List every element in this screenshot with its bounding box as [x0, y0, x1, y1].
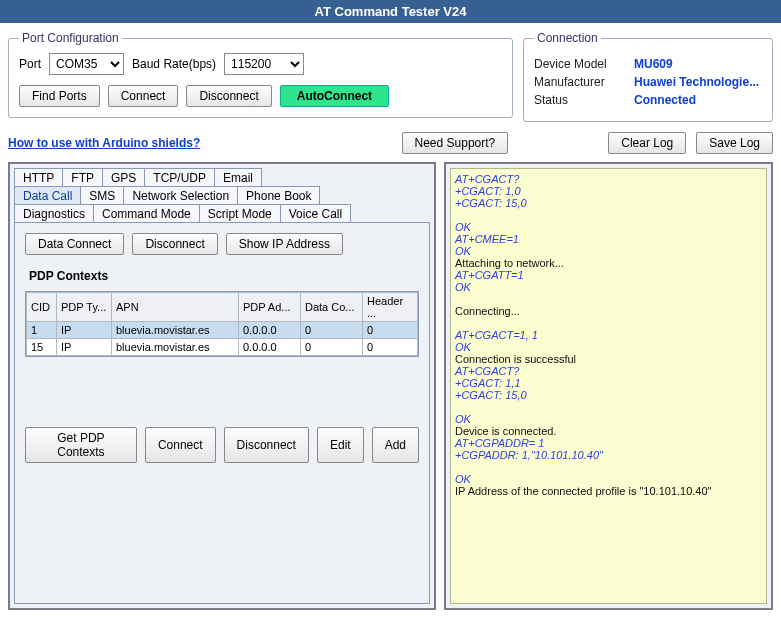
tab-email[interactable]: Email: [214, 168, 262, 187]
table-row[interactable]: 15IPbluevia.movistar.es0.0.0.000: [27, 339, 418, 356]
tab-voice-call[interactable]: Voice Call: [280, 204, 351, 223]
connection-group: Connection Device ModelMU609 Manufacture…: [523, 31, 773, 122]
log-line: IP Address of the connected profile is "…: [455, 485, 762, 497]
status-label: Status: [534, 93, 634, 107]
port-config-group: Port Configuration Port COM35 Baud Rate(…: [8, 31, 513, 118]
tab-data-call[interactable]: Data Call: [14, 186, 81, 205]
tab-script-mode[interactable]: Script Mode: [199, 204, 281, 223]
col-header[interactable]: CID: [27, 293, 57, 322]
col-header[interactable]: Header ...: [363, 293, 418, 322]
save-log-button[interactable]: Save Log: [696, 132, 773, 154]
clear-log-button[interactable]: Clear Log: [608, 132, 686, 154]
show-ip-button[interactable]: Show IP Address: [226, 233, 343, 255]
add-button[interactable]: Add: [372, 427, 419, 463]
log-line: [455, 293, 762, 305]
device-model-label: Device Model: [534, 57, 634, 71]
pdp-disconnect-button[interactable]: Disconnect: [224, 427, 309, 463]
right-panel: AT+CGACT?+CGACT: 1,0+CGACT: 15,0 OKAT+CM…: [444, 162, 773, 610]
col-header[interactable]: Data Co...: [301, 293, 363, 322]
log-line: AT+CGACT=1, 1: [455, 329, 762, 341]
log-line: [455, 461, 762, 473]
status-value: Connected: [634, 93, 696, 107]
pdp-connect-button[interactable]: Connect: [145, 427, 216, 463]
connection-legend: Connection: [534, 31, 601, 45]
get-pdp-button[interactable]: Get PDP Contexts: [25, 427, 137, 463]
connect-button[interactable]: Connect: [108, 85, 179, 107]
pdp-contexts-title: PDP Contexts: [29, 269, 419, 283]
table-row[interactable]: 1IPbluevia.movistar.es0.0.0.000: [27, 322, 418, 339]
log-line: +CGACT: 15,0: [455, 389, 762, 401]
log-line: [455, 401, 762, 413]
tab-sms[interactable]: SMS: [80, 186, 124, 205]
tab-diagnostics[interactable]: Diagnostics: [14, 204, 94, 223]
baud-select[interactable]: 115200: [224, 53, 304, 75]
autoconnect-button[interactable]: AutoConnect: [280, 85, 389, 107]
log-line: AT+CGACT?: [455, 173, 762, 185]
tab-network-selection[interactable]: Network Selection: [123, 186, 238, 205]
disconnect-button[interactable]: Disconnect: [186, 85, 271, 107]
arduino-link[interactable]: How to use with Arduino shields?: [8, 136, 200, 150]
device-model-value: MU609: [634, 57, 673, 71]
tab-gps[interactable]: GPS: [102, 168, 145, 187]
pdp-table[interactable]: CIDPDP Ty...APNPDP Ad...Data Co...Header…: [26, 292, 418, 356]
baud-label: Baud Rate(bps): [132, 57, 216, 71]
manufacturer-value: Huawei Technologie...: [634, 75, 759, 89]
tab-content: Data Connect Disconnect Show IP Address …: [14, 222, 430, 604]
log-line: Connecting...: [455, 305, 762, 317]
tab-http[interactable]: HTTP: [14, 168, 63, 187]
dc-disconnect-button[interactable]: Disconnect: [132, 233, 217, 255]
tab-phone-book[interactable]: Phone Book: [237, 186, 320, 205]
log-line: AT+CGATT=1: [455, 269, 762, 281]
log-line: OK: [455, 473, 762, 485]
port-select[interactable]: COM35: [49, 53, 124, 75]
find-ports-button[interactable]: Find Ports: [19, 85, 100, 107]
need-support-button[interactable]: Need Support?: [402, 132, 509, 154]
col-header[interactable]: APN: [112, 293, 239, 322]
log-line: Connection is successful: [455, 353, 762, 365]
log-line: [455, 317, 762, 329]
col-header[interactable]: PDP Ty...: [57, 293, 112, 322]
title-bar: AT Command Tester V24: [0, 0, 781, 23]
manufacturer-label: Manufacturer: [534, 75, 634, 89]
log-line: AT+CGACT?: [455, 365, 762, 377]
log-line: +CGACT: 1,0: [455, 185, 762, 197]
log-line: OK: [455, 341, 762, 353]
log-line: [455, 209, 762, 221]
log-line: OK: [455, 413, 762, 425]
tab-command-mode[interactable]: Command Mode: [93, 204, 200, 223]
log-line: +CGACT: 15,0: [455, 197, 762, 209]
log-line: OK: [455, 245, 762, 257]
tab-tcp-udp[interactable]: TCP/UDP: [144, 168, 215, 187]
log-output[interactable]: AT+CGACT?+CGACT: 1,0+CGACT: 15,0 OKAT+CM…: [450, 168, 767, 604]
log-line: OK: [455, 281, 762, 293]
port-config-legend: Port Configuration: [19, 31, 122, 45]
port-label: Port: [19, 57, 41, 71]
left-panel: HTTPFTPGPSTCP/UDPEmail Data CallSMSNetwo…: [8, 162, 436, 610]
data-connect-button[interactable]: Data Connect: [25, 233, 124, 255]
log-line: OK: [455, 221, 762, 233]
log-line: +CGACT: 1,1: [455, 377, 762, 389]
log-line: +CGPADDR: 1,"10.101.10.40": [455, 449, 762, 461]
col-header[interactable]: PDP Ad...: [239, 293, 301, 322]
log-line: Device is connected.: [455, 425, 762, 437]
tab-ftp[interactable]: FTP: [62, 168, 103, 187]
log-line: Attaching to network...: [455, 257, 762, 269]
log-line: AT+CMEE=1: [455, 233, 762, 245]
log-line: AT+CGPADDR= 1: [455, 437, 762, 449]
edit-button[interactable]: Edit: [317, 427, 364, 463]
